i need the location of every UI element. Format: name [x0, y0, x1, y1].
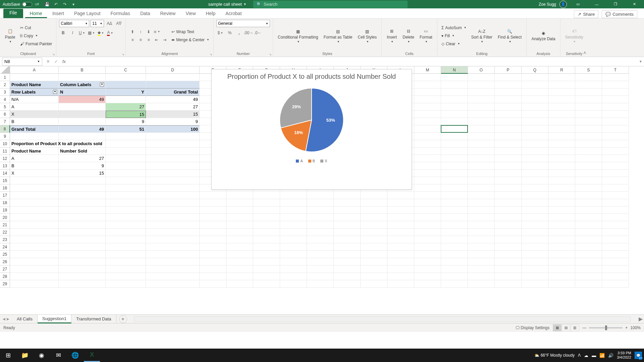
- dialog-launcher-icon[interactable]: ↘: [52, 53, 55, 56]
- cell[interactable]: [495, 265, 522, 273]
- zoom-out-icon[interactable]: —: [582, 325, 586, 330]
- align-top-button[interactable]: ⬆: [128, 28, 137, 36]
- cell[interactable]: [548, 162, 575, 170]
- cell[interactable]: [575, 184, 602, 192]
- cell[interactable]: [414, 81, 441, 88]
- cell[interactable]: [387, 221, 414, 229]
- cell[interactable]: [253, 192, 280, 199]
- cell[interactable]: 100: [146, 125, 200, 133]
- cell[interactable]: [522, 155, 548, 162]
- cell[interactable]: [495, 140, 522, 147]
- cell[interactable]: [602, 81, 629, 88]
- cell[interactable]: [441, 258, 468, 265]
- cell[interactable]: [414, 199, 441, 206]
- cell[interactable]: [146, 229, 200, 236]
- cell[interactable]: [307, 243, 334, 251]
- cell[interactable]: [441, 251, 468, 258]
- cell[interactable]: [59, 74, 106, 81]
- cell[interactable]: [414, 206, 441, 214]
- cell[interactable]: 15: [59, 170, 106, 177]
- cell[interactable]: [441, 177, 468, 184]
- cell[interactable]: [575, 162, 602, 170]
- cell[interactable]: [468, 236, 495, 243]
- cell[interactable]: [10, 265, 59, 273]
- cell[interactable]: [495, 184, 522, 192]
- fill-button[interactable]: ▾Fill▼: [440, 32, 468, 40]
- cell[interactable]: [59, 280, 106, 288]
- cell[interactable]: [253, 243, 280, 251]
- cell[interactable]: [602, 103, 629, 111]
- cell[interactable]: 49: [59, 125, 106, 133]
- search-input[interactable]: [264, 2, 404, 7]
- cell[interactable]: [106, 74, 146, 81]
- cell[interactable]: [59, 243, 106, 251]
- cell[interactable]: [441, 192, 468, 199]
- borders-button[interactable]: ▦▼: [87, 29, 95, 37]
- cell[interactable]: [387, 192, 414, 199]
- cell[interactable]: [106, 206, 146, 214]
- cell[interactable]: [575, 199, 602, 206]
- cell[interactable]: [59, 251, 106, 258]
- cell[interactable]: [334, 214, 361, 221]
- cell[interactable]: [414, 170, 441, 177]
- cell[interactable]: [495, 258, 522, 265]
- cell[interactable]: [226, 258, 253, 265]
- cell[interactable]: [387, 214, 414, 221]
- column-header[interactable]: O: [468, 66, 495, 74]
- cell[interactable]: [441, 96, 468, 103]
- analyze-data-button[interactable]: ◉Analyze Data: [529, 20, 557, 52]
- tab-file[interactable]: File: [3, 9, 23, 18]
- cell[interactable]: [548, 81, 575, 88]
- cell[interactable]: [414, 251, 441, 258]
- cell[interactable]: [106, 192, 146, 199]
- row-header[interactable]: 20: [0, 214, 10, 221]
- cell[interactable]: [548, 199, 575, 206]
- cell[interactable]: Y: [106, 88, 146, 96]
- cell[interactable]: X: [10, 111, 59, 118]
- cell[interactable]: [146, 133, 200, 140]
- format-cells-button[interactable]: ▭Format▼: [418, 20, 434, 52]
- dialog-launcher-icon[interactable]: ↘: [210, 53, 212, 56]
- cell[interactable]: [602, 111, 629, 118]
- cell[interactable]: [441, 155, 468, 162]
- row-header[interactable]: 9: [0, 133, 10, 140]
- font-color-button[interactable]: A▼: [106, 29, 114, 37]
- font-size-select[interactable]: 11▼: [91, 20, 104, 27]
- battery-icon[interactable]: ▬: [592, 353, 596, 358]
- cell[interactable]: [548, 243, 575, 251]
- cell[interactable]: [548, 125, 575, 133]
- cell[interactable]: [548, 140, 575, 147]
- embedded-chart[interactable]: Proportion of Product X to all products …: [211, 69, 412, 190]
- cell[interactable]: [468, 221, 495, 229]
- cell[interactable]: [361, 221, 387, 229]
- search-box[interactable]: 🔍: [253, 1, 408, 8]
- cell[interactable]: [59, 214, 106, 221]
- row-header[interactable]: 17: [0, 192, 10, 199]
- cell[interactable]: [441, 133, 468, 140]
- cell[interactable]: [468, 192, 495, 199]
- cell[interactable]: [441, 243, 468, 251]
- cell[interactable]: [575, 236, 602, 243]
- cell[interactable]: [59, 177, 106, 184]
- cell[interactable]: [414, 192, 441, 199]
- cell[interactable]: [495, 273, 522, 280]
- cell[interactable]: [10, 243, 59, 251]
- cell[interactable]: [146, 81, 200, 88]
- cell[interactable]: [575, 243, 602, 251]
- cell[interactable]: [106, 177, 146, 184]
- maximize-icon[interactable]: ❐: [608, 0, 623, 8]
- cell[interactable]: [495, 162, 522, 170]
- conditional-formatting-button[interactable]: ▦Conditional Formatting▼: [276, 20, 320, 52]
- formula-input[interactable]: [70, 58, 637, 66]
- cell[interactable]: [575, 280, 602, 288]
- scroll-right-icon[interactable]: ▶: [637, 316, 644, 322]
- cell[interactable]: [334, 258, 361, 265]
- cell[interactable]: [253, 199, 280, 206]
- cell[interactable]: [387, 251, 414, 258]
- insert-cells-button[interactable]: ⊞Insert▼: [384, 20, 399, 52]
- cell[interactable]: [200, 221, 226, 229]
- cell[interactable]: [387, 199, 414, 206]
- column-header[interactable]: R: [548, 66, 575, 74]
- cell[interactable]: [522, 147, 548, 155]
- cell[interactable]: [575, 74, 602, 81]
